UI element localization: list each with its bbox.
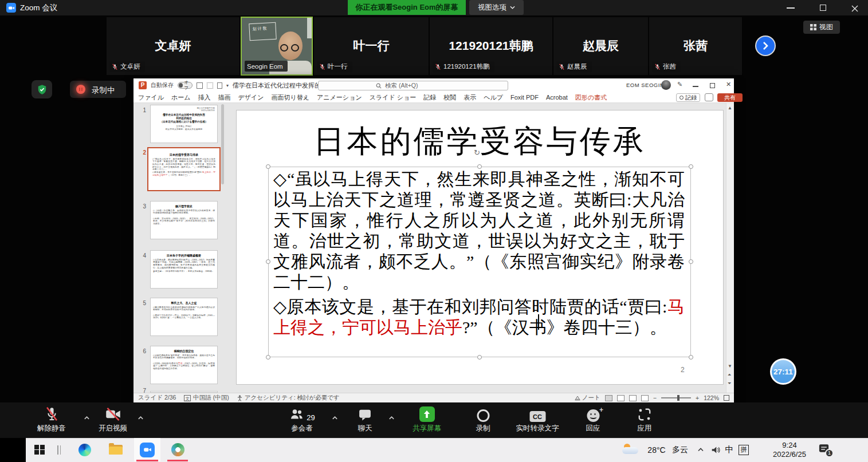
selection-handle[interactable]	[266, 355, 270, 360]
notes-button[interactable]: ノート	[575, 394, 600, 402]
ime-language[interactable]: 中	[723, 438, 736, 461]
tab-transitions[interactable]: 画面切り替え	[272, 93, 310, 102]
selection-handle[interactable]	[266, 259, 270, 264]
record-button[interactable]: 录制	[476, 402, 490, 438]
selection-handle[interactable]	[689, 164, 693, 169]
tab-draw[interactable]: 描画	[218, 93, 231, 102]
ppt-minimize-icon[interactable]	[693, 86, 698, 87]
apps-button[interactable]: 应用	[637, 402, 652, 438]
thumbnail-scrollbar[interactable]	[221, 104, 224, 184]
selection-handle[interactable]	[266, 164, 270, 169]
tab-record[interactable]: 記録	[423, 93, 436, 102]
tab-acrobat[interactable]: Acrobat	[546, 94, 568, 101]
unmute-button[interactable]: 解除静音	[37, 402, 66, 438]
file-explorer-icon[interactable]	[104, 438, 127, 461]
next-participants-button[interactable]	[756, 37, 775, 55]
speaker-icon[interactable]	[709, 438, 722, 461]
selection-handle[interactable]	[689, 259, 693, 264]
view-layout-button[interactable]: 视图	[803, 21, 840, 34]
zoom-slider-thumb[interactable]	[677, 395, 680, 401]
search-input[interactable]: 検索 (Alt+Q)	[318, 81, 508, 90]
tab-slideshow[interactable]: スライド ショー	[370, 93, 417, 102]
restore-icon[interactable]	[820, 5, 826, 11]
ppt-close-icon[interactable]: ✕	[726, 81, 731, 88]
fit-slide-icon[interactable]	[724, 395, 729, 401]
video-tile[interactable]: 121920121韩鹏 121920121韩鹏	[430, 17, 552, 75]
ppt-share-button[interactable]: 共有	[717, 93, 743, 102]
video-tile[interactable]: 赵晨辰 赵晨辰	[553, 17, 648, 75]
zoom-level[interactable]: 122%	[704, 394, 719, 401]
slide-thumbnail-6[interactable]: 模糊的自我定位 ◇决定性理由是为“道不同者”，并不适合为儒者。然转念在于己为不忘…	[150, 346, 218, 384]
previous-slide-icon[interactable]: ⏶	[728, 372, 731, 378]
floating-timer[interactable]: 27:11	[770, 358, 796, 385]
notification-center-icon[interactable]: 1	[818, 443, 830, 457]
slide-thumbnail-2-selected[interactable]: 日本的儒学受容与传承 ◇“虽以马上得天下，然生来即具神圣之性，渐知不可以马上治天…	[147, 147, 221, 191]
ime-mode[interactable]: 拼	[737, 438, 751, 461]
normal-view-icon[interactable]	[605, 395, 612, 401]
participants-button[interactable]: 29 参会者	[289, 402, 315, 438]
slide-canvas[interactable]: 日本的儒学受容与传承 ◇“虽以马上得天下，然生来即具神圣之性，渐知不可以马上治天…	[236, 110, 724, 385]
qat-dropdown-icon[interactable]: ▾	[226, 83, 229, 88]
reading-view-icon[interactable]	[629, 395, 637, 401]
edge-browser-icon[interactable]	[73, 438, 96, 461]
video-tile[interactable]: 叶一行 叶一行	[314, 17, 429, 75]
chat-button[interactable]: 聊天	[358, 402, 372, 438]
selection-handle[interactable]	[689, 355, 693, 360]
view-options-button[interactable]: 视图选项	[469, 0, 524, 15]
selection-handle[interactable]	[477, 355, 482, 360]
video-tile[interactable]: 张茜 张茜	[649, 17, 742, 75]
minimize-icon[interactable]	[787, 7, 795, 9]
share-screen-button[interactable]: 共享屏幕	[413, 402, 441, 438]
zoom-in-icon[interactable]: +	[696, 394, 699, 401]
scroll-down-icon[interactable]: ▼	[728, 364, 732, 369]
tab-insert[interactable]: 挿入	[198, 93, 211, 102]
slide-thumbnail-5[interactable]: 释氏之凡、圣人之徒 ◇德川家康在内的当政者也对佛僧行政抱有广泛人际沟通的认识和期…	[150, 298, 218, 336]
ppt-record-button[interactable]: 記録	[676, 93, 700, 102]
selection-handle[interactable]	[477, 164, 482, 169]
slide-thumbnail-1[interactable]: 博士论文审查中文稿 2022年6月25日 儒学在日本近代化过程中发挥的作用 和所…	[150, 105, 218, 143]
weather-icon[interactable]	[621, 438, 639, 461]
slide-thumbnail-3[interactable]: 德川儒学前史 ◇《论语》的注释之争，幕府时代关于儒学本人的传承关系，进行详细说明…	[150, 201, 218, 239]
slide-scrollbar[interactable]	[726, 103, 734, 393]
weather-desc[interactable]: 多云	[669, 438, 691, 461]
live-transcript-button[interactable]: CC 实时转录文字	[516, 402, 559, 438]
start-button[interactable]	[30, 438, 49, 461]
print-icon[interactable]	[207, 82, 213, 89]
slideshow-icon[interactable]	[641, 395, 649, 401]
ppt-restore-icon[interactable]	[710, 83, 715, 88]
ev-app-icon[interactable]	[165, 438, 190, 461]
slide-body-text[interactable]: ◇“虽以马上得天下，然生来即具神圣之性，渐知不可以马上治天下之道理，常遵圣贤之道…	[273, 169, 685, 338]
zoom-taskbar-icon[interactable]	[134, 438, 160, 461]
tab-file[interactable]: ファイル	[138, 93, 164, 102]
new-slide-icon[interactable]	[217, 82, 222, 89]
tab-design[interactable]: デザイン	[238, 93, 264, 102]
tab-foxit[interactable]: Foxit PDF	[510, 94, 539, 101]
slide-thumbnail-4[interactable]: 日本朱子学的开端隆盛概要 ◇兵学者出身，师从藤原惺窝的林罗山（1583—1657…	[150, 250, 218, 289]
tab-animations[interactable]: アニメーション	[317, 93, 362, 102]
slide-sorter-icon[interactable]	[617, 395, 625, 401]
scroll-up-icon[interactable]: ▲	[728, 105, 732, 110]
language-label[interactable]: 中国語 (中国)	[193, 394, 229, 402]
video-tile[interactable]: 文卓妍 文卓妍	[107, 17, 239, 75]
zoom-slider[interactable]	[661, 397, 691, 398]
video-options-chevron[interactable]	[138, 412, 144, 422]
tab-shape-format[interactable]: 図形の書式	[575, 93, 607, 102]
video-tile-active-speaker[interactable]: 划计敎 Seogin Eom	[241, 17, 313, 76]
mute-options-chevron[interactable]	[84, 412, 90, 422]
participants-chevron[interactable]	[332, 412, 338, 422]
accessibility-status[interactable]: アクセシビリティ: 検討が必要です	[245, 394, 340, 402]
next-slide-icon[interactable]: ⏷	[728, 381, 731, 386]
start-video-button[interactable]: 开启视频	[99, 402, 127, 438]
chat-chevron[interactable]	[388, 412, 395, 422]
zoom-out-icon[interactable]: −	[653, 394, 657, 401]
taskbar-clock[interactable]: 9:24 2022/6/25	[761, 441, 818, 459]
comments-icon[interactable]	[705, 93, 713, 101]
save-icon[interactable]	[197, 82, 203, 89]
reactions-button[interactable]: + 回应	[586, 402, 600, 438]
security-shield-button[interactable]	[32, 80, 52, 98]
pen-icon[interactable]: ✎	[677, 81, 682, 88]
tab-view[interactable]: 表示	[464, 93, 476, 102]
close-icon[interactable]	[851, 4, 858, 14]
rotate-handle[interactable]: ↻	[474, 148, 480, 157]
tab-help[interactable]: ヘルプ	[484, 93, 503, 102]
